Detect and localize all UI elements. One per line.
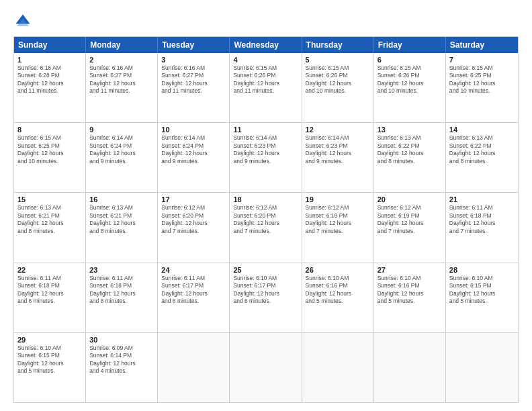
day-number: 3 [161, 56, 226, 64]
cell-details: Sunrise: 6:13 AMSunset: 6:22 PMDaylight:… [378, 134, 442, 165]
day-cell-14: 14Sunrise: 6:13 AMSunset: 6:22 PMDayligh… [446, 123, 518, 192]
day-cell-1: 1Sunrise: 6:16 AMSunset: 6:28 PMDaylight… [14, 53, 86, 122]
cell-details: Sunrise: 6:16 AMSunset: 6:28 PMDaylight:… [17, 64, 82, 95]
day-cell-5: 5Sunrise: 6:15 AMSunset: 6:26 PMDaylight… [302, 53, 374, 122]
day-cell-3: 3Sunrise: 6:16 AMSunset: 6:27 PMDaylight… [158, 53, 230, 122]
day-number: 15 [17, 195, 82, 203]
cell-details: Sunrise: 6:10 AMSunset: 6:16 PMDaylight:… [378, 275, 442, 306]
day-cell-6: 6Sunrise: 6:15 AMSunset: 6:26 PMDaylight… [374, 53, 446, 122]
cell-details: Sunrise: 6:10 AMSunset: 6:15 PMDaylight:… [17, 345, 82, 375]
day-cell-25: 25Sunrise: 6:10 AMSunset: 6:17 PMDayligh… [230, 263, 302, 332]
day-number: 21 [449, 195, 515, 203]
day-cell-8: 8Sunrise: 6:15 AMSunset: 6:25 PMDaylight… [14, 123, 86, 192]
cell-details: Sunrise: 6:12 AMSunset: 6:20 PMDaylight:… [233, 204, 298, 235]
cell-details: Sunrise: 6:15 AMSunset: 6:25 PMDaylight:… [17, 134, 82, 165]
cell-details: Sunrise: 6:13 AMSunset: 6:21 PMDaylight:… [89, 204, 154, 235]
cell-details: Sunrise: 6:10 AMSunset: 6:17 PMDaylight:… [233, 275, 298, 306]
day-cell-empty-4-2 [158, 333, 230, 402]
day-number: 14 [449, 126, 515, 134]
cell-details: Sunrise: 6:11 AMSunset: 6:17 PMDaylight:… [161, 275, 226, 306]
day-cell-23: 23Sunrise: 6:11 AMSunset: 6:18 PMDayligh… [86, 263, 158, 332]
cell-details: Sunrise: 6:14 AMSunset: 6:23 PMDaylight:… [306, 134, 370, 165]
day-number: 6 [378, 56, 442, 64]
day-number: 24 [161, 266, 226, 274]
day-cell-2: 2Sunrise: 6:16 AMSunset: 6:27 PMDaylight… [86, 53, 158, 122]
day-number: 9 [89, 126, 154, 134]
calendar-week-1: 1Sunrise: 6:16 AMSunset: 6:28 PMDaylight… [14, 53, 518, 123]
cell-details: Sunrise: 6:15 AMSunset: 6:26 PMDaylight:… [233, 64, 298, 95]
day-cell-11: 11Sunrise: 6:14 AMSunset: 6:23 PMDayligh… [230, 123, 302, 192]
day-number: 16 [89, 195, 154, 203]
cell-details: Sunrise: 6:12 AMSunset: 6:20 PMDaylight:… [161, 204, 226, 235]
day-cell-10: 10Sunrise: 6:14 AMSunset: 6:24 PMDayligh… [158, 123, 230, 192]
day-cell-16: 16Sunrise: 6:13 AMSunset: 6:21 PMDayligh… [86, 193, 158, 262]
day-number: 5 [306, 56, 370, 64]
cell-details: Sunrise: 6:13 AMSunset: 6:21 PMDaylight:… [17, 204, 82, 235]
day-number: 19 [306, 195, 370, 203]
cell-details: Sunrise: 6:12 AMSunset: 6:19 PMDaylight:… [306, 204, 370, 235]
day-number: 7 [449, 56, 515, 64]
page: SundayMondayTuesdayWednesdayThursdayFrid… [0, 0, 532, 411]
day-number: 2 [89, 56, 154, 64]
day-cell-24: 24Sunrise: 6:11 AMSunset: 6:17 PMDayligh… [158, 263, 230, 332]
cell-details: Sunrise: 6:14 AMSunset: 6:23 PMDaylight:… [233, 134, 298, 165]
day-number: 22 [17, 266, 82, 274]
day-number: 25 [233, 266, 298, 274]
day-number: 30 [89, 336, 154, 344]
day-cell-empty-4-3 [230, 333, 302, 402]
calendar-body: 1Sunrise: 6:16 AMSunset: 6:28 PMDaylight… [14, 53, 518, 402]
cell-details: Sunrise: 6:11 AMSunset: 6:18 PMDaylight:… [89, 275, 154, 306]
day-cell-4: 4Sunrise: 6:15 AMSunset: 6:26 PMDaylight… [230, 53, 302, 122]
day-cell-27: 27Sunrise: 6:10 AMSunset: 6:16 PMDayligh… [374, 263, 446, 332]
day-cell-13: 13Sunrise: 6:13 AMSunset: 6:22 PMDayligh… [374, 123, 446, 192]
day-number: 27 [378, 266, 442, 274]
day-cell-9: 9Sunrise: 6:14 AMSunset: 6:24 PMDaylight… [86, 123, 158, 192]
logo-icon [13, 12, 32, 31]
day-number: 11 [233, 126, 298, 134]
day-cell-empty-4-5 [374, 333, 446, 402]
header-day-monday: Monday [86, 37, 158, 53]
day-cell-18: 18Sunrise: 6:12 AMSunset: 6:20 PMDayligh… [230, 193, 302, 262]
header-day-friday: Friday [374, 37, 446, 53]
day-cell-26: 26Sunrise: 6:10 AMSunset: 6:16 PMDayligh… [302, 263, 374, 332]
calendar-week-3: 15Sunrise: 6:13 AMSunset: 6:21 PMDayligh… [14, 193, 518, 263]
header-day-tuesday: Tuesday [158, 37, 230, 53]
day-cell-15: 15Sunrise: 6:13 AMSunset: 6:21 PMDayligh… [14, 193, 86, 262]
cell-details: Sunrise: 6:15 AMSunset: 6:25 PMDaylight:… [449, 64, 515, 95]
cell-details: Sunrise: 6:13 AMSunset: 6:22 PMDaylight:… [449, 134, 515, 165]
day-cell-12: 12Sunrise: 6:14 AMSunset: 6:23 PMDayligh… [302, 123, 374, 192]
cell-details: Sunrise: 6:15 AMSunset: 6:26 PMDaylight:… [306, 64, 370, 95]
day-number: 23 [89, 266, 154, 274]
day-cell-empty-4-4 [302, 333, 374, 402]
day-number: 29 [17, 336, 82, 344]
day-cell-22: 22Sunrise: 6:11 AMSunset: 6:18 PMDayligh… [14, 263, 86, 332]
day-cell-29: 29Sunrise: 6:10 AMSunset: 6:15 PMDayligh… [14, 333, 86, 402]
day-cell-19: 19Sunrise: 6:12 AMSunset: 6:19 PMDayligh… [302, 193, 374, 262]
header [13, 12, 519, 31]
day-number: 1 [17, 56, 82, 64]
day-number: 8 [17, 126, 82, 134]
header-day-sunday: Sunday [14, 37, 86, 53]
header-day-wednesday: Wednesday [230, 37, 302, 53]
day-number: 26 [306, 266, 370, 274]
cell-details: Sunrise: 6:15 AMSunset: 6:26 PMDaylight:… [378, 64, 442, 95]
day-cell-empty-4-6 [446, 333, 518, 402]
cell-details: Sunrise: 6:11 AMSunset: 6:18 PMDaylight:… [449, 204, 515, 235]
cell-details: Sunrise: 6:10 AMSunset: 6:16 PMDaylight:… [306, 275, 370, 306]
day-number: 20 [378, 195, 442, 203]
cell-details: Sunrise: 6:11 AMSunset: 6:18 PMDaylight:… [17, 275, 82, 306]
cell-details: Sunrise: 6:16 AMSunset: 6:27 PMDaylight:… [161, 64, 226, 95]
day-number: 4 [233, 56, 298, 64]
day-cell-30: 30Sunrise: 6:09 AMSunset: 6:14 PMDayligh… [86, 333, 158, 402]
day-number: 13 [378, 126, 442, 134]
calendar-week-5: 29Sunrise: 6:10 AMSunset: 6:15 PMDayligh… [14, 333, 518, 402]
calendar-week-2: 8Sunrise: 6:15 AMSunset: 6:25 PMDaylight… [14, 123, 518, 193]
day-cell-20: 20Sunrise: 6:12 AMSunset: 6:19 PMDayligh… [374, 193, 446, 262]
cell-details: Sunrise: 6:12 AMSunset: 6:19 PMDaylight:… [378, 204, 442, 235]
day-number: 10 [161, 126, 226, 134]
logo [13, 12, 35, 31]
cell-details: Sunrise: 6:14 AMSunset: 6:24 PMDaylight:… [89, 134, 154, 165]
header-day-saturday: Saturday [446, 37, 518, 53]
day-number: 18 [233, 195, 298, 203]
cell-details: Sunrise: 6:16 AMSunset: 6:27 PMDaylight:… [89, 64, 154, 95]
